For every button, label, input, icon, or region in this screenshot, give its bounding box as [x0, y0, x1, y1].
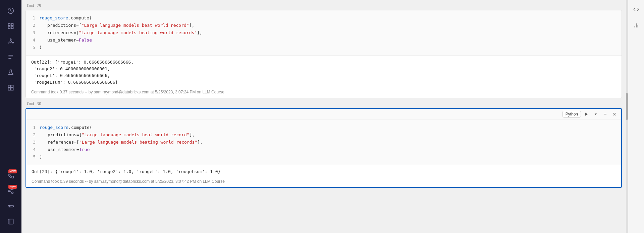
notebook-main: Cmd 29 1 2 3 4 5 rouge_score.compute( — [21, 0, 626, 233]
svg-point-21 — [8, 190, 10, 192]
svg-rect-17 — [11, 85, 13, 88]
cell-wrapper-30: Cmd 30 Python — [21, 98, 626, 188]
svg-marker-29 — [585, 112, 588, 116]
sidebar-icon-layout[interactable] — [4, 215, 17, 228]
svg-point-26 — [9, 206, 10, 207]
code-line: use_stemmer=False — [39, 36, 616, 44]
svg-rect-1 — [8, 24, 10, 26]
timing-line-29: Command took 0.37 seconds -- by sam.raym… — [26, 88, 622, 98]
code-line: ) — [39, 44, 616, 51]
right-panel-code-icon[interactable] — [631, 4, 642, 15]
svg-rect-3 — [8, 27, 10, 29]
svg-rect-16 — [8, 85, 11, 88]
svg-rect-27 — [8, 219, 13, 224]
code-line: ) — [40, 153, 616, 161]
new-badge-connect: NEW — [8, 185, 17, 189]
svg-rect-2 — [11, 24, 13, 26]
notebook: Cmd 29 1 2 3 4 5 rouge_score.compute( — [21, 0, 626, 188]
sidebar: NEW NEW — [0, 0, 21, 233]
sidebar-icon-repos[interactable] — [4, 81, 17, 94]
svg-point-6 — [10, 39, 11, 40]
svg-rect-25 — [8, 206, 14, 207]
run-button[interactable] — [582, 110, 590, 118]
code-line: predictions=["Large language models beat… — [39, 22, 616, 29]
code-line: use_stemmer=True — [40, 146, 616, 153]
run-dropdown-button[interactable] — [592, 110, 600, 118]
code-line: references=["Large language models beati… — [39, 29, 616, 36]
sidebar-icon-clusters[interactable] — [4, 35, 17, 48]
code-area-29: 1 2 3 4 5 rouge_score.compute( predictio… — [26, 10, 622, 55]
sidebar-icon-jobs[interactable] — [4, 50, 17, 64]
cmd-label-29: Cmd 29 — [21, 0, 626, 10]
scrollbar-track[interactable] — [626, 0, 628, 233]
cell-30[interactable]: Python 1 — [25, 108, 622, 188]
sidebar-icon-connect[interactable]: NEW — [4, 184, 17, 198]
svg-point-22 — [12, 192, 13, 193]
svg-rect-19 — [11, 88, 13, 90]
svg-line-24 — [10, 189, 12, 190]
code-line: rouge_score.compute( — [40, 124, 616, 131]
sidebar-icon-experiments[interactable] — [4, 66, 17, 79]
svg-rect-4 — [11, 27, 13, 29]
line-numbers-29: 1 2 3 4 5 — [26, 14, 39, 51]
code-line: predictions=["Large language models beat… — [40, 131, 616, 139]
right-panel-chart-icon[interactable] — [631, 20, 642, 31]
python-badge[interactable]: Python — [562, 111, 581, 118]
line-numbers-30: 1 2 3 4 5 — [26, 124, 40, 161]
code-area-30: 1 2 3 4 5 rouge_score.compute( predictio… — [26, 120, 621, 165]
code-lines-29: rouge_score.compute( predictions=["Large… — [39, 14, 622, 51]
cell-wrapper-29: Cmd 29 1 2 3 4 5 rouge_score.compute( — [21, 0, 626, 98]
svg-line-23 — [10, 191, 12, 192]
code-line: references=["Large language models beati… — [40, 139, 616, 146]
code-line: rouge_score.compute( — [39, 14, 616, 22]
svg-rect-18 — [8, 88, 11, 90]
sidebar-icon-dashboard[interactable] — [4, 19, 17, 33]
timing-line-30: Command took 0.39 seconds -- by sam.raym… — [26, 177, 621, 187]
sidebar-icon-alerts[interactable]: NEW — [4, 169, 17, 182]
output-area-29: Out[22]: {'rouge1': 0.6666666666666666, … — [26, 55, 622, 88]
svg-marker-30 — [595, 113, 597, 115]
collapse-button[interactable] — [601, 110, 609, 118]
scrollbar-thumb[interactable] — [626, 93, 628, 120]
sidebar-icon-toggle[interactable] — [4, 200, 17, 213]
cell-toolbar-30: Python — [26, 109, 621, 120]
code-lines-30: rouge_score.compute( predictions=["Large… — [40, 124, 621, 161]
new-badge-alerts: NEW — [8, 169, 17, 173]
output-area-30: Out[23]: {'rouge1': 1.0, 'rouge2': 1.0, … — [26, 165, 621, 177]
cell-29[interactable]: 1 2 3 4 5 rouge_score.compute( predictio… — [25, 10, 622, 98]
close-button[interactable] — [610, 110, 619, 118]
sidebar-icon-history[interactable] — [4, 4, 17, 17]
cmd-label-30: Cmd 30 — [21, 98, 626, 108]
right-panel — [628, 0, 644, 233]
